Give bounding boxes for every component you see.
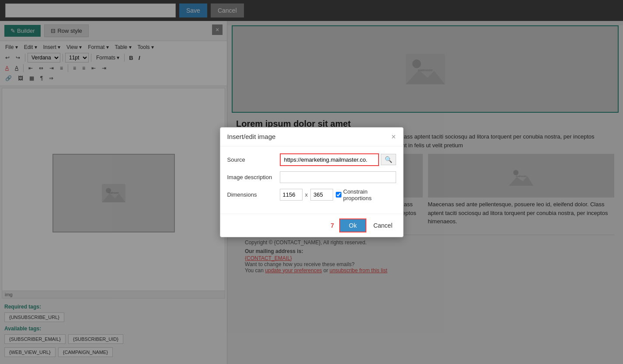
dimensions-label: Dimensions bbox=[227, 191, 280, 198]
browse-icon: 🔍 bbox=[385, 156, 392, 163]
height-input[interactable] bbox=[310, 189, 333, 201]
constrain-label[interactable]: Constrain proportions bbox=[336, 188, 396, 201]
image-description-row: Image description bbox=[227, 171, 396, 183]
source-input[interactable] bbox=[280, 153, 379, 166]
source-browse-button[interactable]: 🔍 bbox=[381, 154, 396, 165]
dimensions-inputs: x Constrain proportions bbox=[280, 188, 396, 201]
cancel-modal-button[interactable]: Cancel bbox=[370, 219, 396, 232]
ok-button[interactable]: Ok bbox=[339, 218, 366, 232]
modal-footer: 7 Ok Cancel bbox=[220, 214, 403, 237]
source-input-row: 🔍 bbox=[280, 153, 396, 166]
modal-close-button[interactable]: × bbox=[391, 133, 396, 141]
modal-overlay: Insert/edit image × Source 🔍 Image descr… bbox=[0, 0, 623, 364]
constrain-checkbox[interactable] bbox=[336, 192, 341, 198]
dimensions-row: Dimensions x Constrain proportions bbox=[227, 188, 396, 201]
modal-body: Source 🔍 Image description Dimensions x bbox=[220, 146, 403, 214]
step-number: 7 bbox=[331, 222, 334, 229]
insert-edit-image-modal: Insert/edit image × Source 🔍 Image descr… bbox=[220, 127, 404, 237]
modal-title: Insert/edit image bbox=[227, 133, 276, 140]
source-label: Source bbox=[227, 156, 280, 163]
image-description-label: Image description bbox=[227, 174, 280, 180]
modal-header: Insert/edit image × bbox=[220, 128, 403, 146]
source-row: Source 🔍 bbox=[227, 153, 396, 166]
width-input[interactable] bbox=[280, 189, 303, 201]
image-description-input[interactable] bbox=[280, 171, 396, 183]
dimension-separator: x bbox=[305, 191, 308, 198]
